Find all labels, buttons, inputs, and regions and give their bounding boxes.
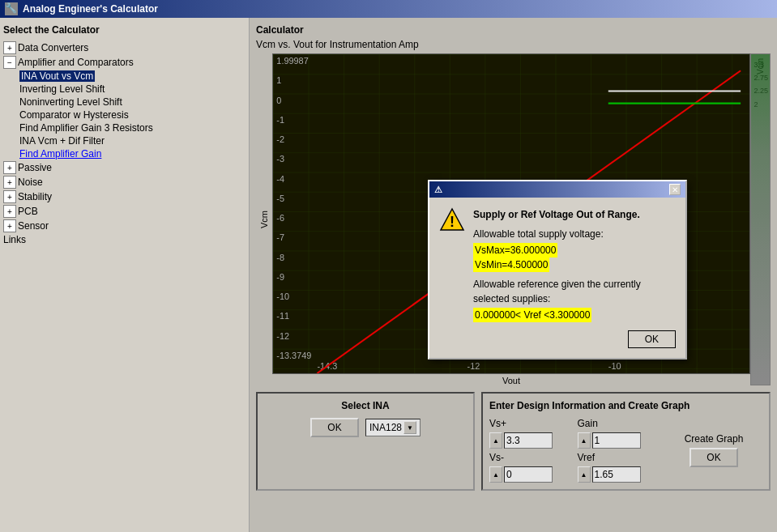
expander-sensor[interactable]: + [3,219,16,232]
svg-text:!: ! [450,214,455,230]
title-bar: 🔧 Analog Engineer's Calculator [0,0,777,18]
label-find-amp-gain: Find Amplifier Gain [19,148,101,160]
label-ina-vout-vcm: INA Vout vs Vcm [19,70,95,82]
label-passive: Passive [18,162,52,173]
expander-data-converters[interactable]: + [3,41,16,54]
dialog-close-button[interactable]: ✕ [669,184,681,195]
dialog-message1: Supply or Ref Voltage Out of Range. [473,207,676,222]
dialog-body: ! Supply or Ref Voltage Out of Range. Al… [429,198,685,358]
tree-item-ina-vout-vcm[interactable]: INA Vout vs Vcm [19,70,245,83]
dialog-box: ⚠ ✕ ! Supply or Ref Voltage Out of Range… [428,180,687,360]
label-data-converters: Data Converters [18,42,88,53]
label-sensor: Sensor [18,220,49,232]
dialog-message3: Allowable reference given the currently … [473,277,676,306]
tree-item-links[interactable]: Links [3,233,245,246]
tree-item-sensor[interactable]: + Sensor [3,219,245,233]
tree-item-stability[interactable]: + Stability [3,189,245,204]
left-panel: Select the Calculator + Data Converters … [0,18,250,532]
tree-item-passive[interactable]: + Passive [3,160,245,175]
label-noninverting: Noninverting Level Shift [19,96,122,108]
amplifier-children: INA Vout vs Vcm Inverting Level Shift No… [3,70,245,160]
tree-item-data-converters[interactable]: + Data Converters [3,40,245,55]
label-ina-vcm-dif: INA Vcm + Dif Filter [19,135,105,147]
dialog-text: Supply or Ref Voltage Out of Range. Allo… [473,207,676,322]
tree-item-noninverting[interactable]: Noninverting Level Shift [19,96,245,109]
dialog-btn-row: OK [439,330,676,348]
tree-item-amplifier[interactable]: − Amplifier and Comparators [3,55,245,70]
tree-item-noise[interactable]: + Noise [3,175,245,189]
expander-stability[interactable]: + [3,190,16,203]
expander-amplifier[interactable]: − [3,56,16,69]
right-panel: Calculator Vcm vs. Vout for Instrumentat… [250,18,777,532]
dialog-vsmin: VsMin=4.500000 [473,257,549,272]
tree-item-ina-vcm-dif[interactable]: INA Vcm + Dif Filter [19,134,245,147]
title-bar-text: Analog Engineer's Calculator [23,3,158,15]
label-amp-gain-3r: Find Amplifier Gain 3 Resistors [19,122,153,134]
tree-item-inverting[interactable]: Inverting Level Shift [19,83,245,96]
dialog-title-icon: ⚠ [434,185,442,195]
dialog-message2: Allowable total supply voltage: [473,227,676,241]
expander-noise[interactable]: + [3,176,16,189]
dialog-icon-row: ! Supply or Ref Voltage Out of Range. Al… [439,207,676,322]
label-amplifier: Amplifier and Comparators [18,57,134,68]
label-links: Links [3,234,26,245]
tree: + Data Converters − Amplifier and Compar… [3,40,245,246]
dialog-ok-button[interactable]: OK [628,330,676,348]
section-header: Select the Calculator [3,24,245,36]
expander-pcb[interactable]: + [3,205,16,218]
tree-item-comparator[interactable]: Comparator w Hysteresis [19,109,245,121]
tree-item-pcb[interactable]: + PCB [3,204,245,219]
dialog-vref-range: 0.000000< Vref <3.300000 [473,308,591,322]
label-noise: Noise [18,177,43,188]
dialog-title-bar: ⚠ ✕ [429,181,685,198]
expander-passive[interactable]: + [3,161,16,174]
warning-icon: ! [439,207,465,233]
label-inverting: Inverting Level Shift [19,83,105,95]
dialog-vsmax: VsMax=36.000000 [473,243,557,257]
label-stability: Stability [18,191,52,202]
app-icon: 🔧 [5,2,18,15]
tree-item-find-amp-gain[interactable]: Find Amplifier Gain [19,147,245,160]
tree-item-amp-gain-3r[interactable]: Find Amplifier Gain 3 Resistors [19,121,245,134]
label-comparator: Comparator w Hysteresis [19,109,129,121]
label-pcb: PCB [18,206,38,217]
dialog-overlay: ⚠ ✕ ! Supply or Ref Voltage Out of Range… [250,18,777,532]
